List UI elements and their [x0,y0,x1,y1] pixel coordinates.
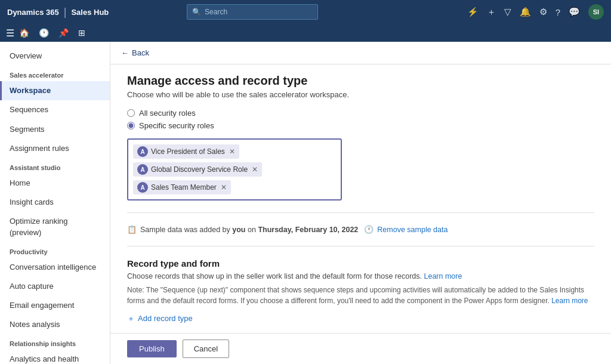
topbar: Dynamics 365 | Sales Hub 🔍 Search ⚡ ＋ ▽ … [0,0,611,24]
sidebar-item-sequences[interactable]: Sequences [0,100,110,119]
radio-all-label: All security roles [139,109,196,118]
radio-all-input[interactable] [127,109,135,117]
sidebar-section-sales-accelerator: Sales accelerator [0,66,110,81]
chat-icon[interactable]: 💬 [569,7,580,17]
divider-1 [127,212,594,213]
bell-icon[interactable]: 🔔 [520,7,531,17]
help-icon[interactable]: ? [556,7,560,17]
add-icon: ＋ [127,313,135,324]
publish-button[interactable]: Publish [127,340,177,357]
sample-data-icon: 📋 [127,225,137,234]
home-icon[interactable]: 🏠 [19,28,29,38]
sidebar-item-assignment-rules[interactable]: Assignment rules [0,139,110,158]
add-record-type-button[interactable]: ＋ Add record type [127,313,193,324]
record-type-section-title: Record type and form [127,258,594,269]
back-label: Back [132,48,149,57]
clock-icon[interactable]: 🕐 [39,28,49,38]
search-placeholder: Search [205,8,227,16]
brand-name: Dynamics 365 | Sales Hub [7,6,109,18]
tags-input[interactable] [234,180,336,195]
sidebar-section-assistant-studio: Assistant studio [0,158,110,174]
app-name-label: Sales Hub [71,8,109,17]
main-layout: Overview Sales accelerator Workspace Seq… [0,42,611,364]
tag-vp-sales-icon: A [137,146,148,157]
divider-2 [127,246,594,246]
radio-specific-security-roles[interactable]: Specific security roles [127,121,594,130]
sidebar-item-auto-capture[interactable]: Auto capture [0,277,110,296]
sidebar-item-insight-cards[interactable]: Insight cards [0,193,110,212]
search-icon: 🔍 [192,8,201,16]
sidebar-section-relationship-insights: Relationship insights [0,334,110,350]
cancel-button[interactable]: Cancel [183,340,229,358]
radio-specific-input[interactable] [127,122,135,129]
tag-global-discovery-close[interactable]: ✕ [252,166,258,173]
sample-data-text: Sample data was added by you on Thursday… [140,226,358,234]
avatar[interactable]: SI [588,4,604,20]
search-bar[interactable]: 🔍 Search [187,4,318,20]
sidebar-item-conversation-intelligence[interactable]: Conversation intelligence [0,258,110,277]
back-arrow-icon: ← [121,48,129,57]
filter-icon[interactable]: ▽ [504,7,511,17]
back-button[interactable]: ← Back [121,48,149,57]
remove-sample-data-icon: 🕐 [364,225,374,234]
nav-icons-row: 🏠 🕐 📌 ⊞ [19,28,85,38]
plus-icon[interactable]: ＋ [487,7,496,18]
sample-data-section: 📋 Sample data was added by you on Thursd… [127,225,594,234]
gear-icon[interactable]: ⚙ [539,7,547,17]
page-title: Manage access and record type [127,74,594,88]
page-subtitle: Choose who will be able to use the sales… [127,90,594,99]
sidebar-item-segments[interactable]: Segments [0,120,110,139]
sidebar-item-home[interactable]: Home [0,174,110,193]
content-area: ← Back Manage access and record type Cho… [110,42,611,364]
tag-global-discovery-icon: A [137,164,148,175]
tag-sales-team-label: Sales Team Member [151,183,217,192]
sidebar-item-notes-analysis[interactable]: Notes analysis [0,315,110,334]
back-bar: ← Back [110,42,611,64]
learn-more-1-link[interactable]: Learn more [424,272,462,280]
hamburger-icon[interactable]: ☰ [6,27,14,39]
lightning-icon[interactable]: ⚡ [467,7,479,17]
add-record-type-label: Add record type [138,314,193,323]
tag-vp-sales-close[interactable]: ✕ [229,148,235,155]
footer-bar: Publish Cancel [110,333,611,364]
tag-global-discovery: A Global Discovery Service Role ✕ [133,162,262,177]
radio-all-security-roles[interactable]: All security roles [127,109,594,118]
grid-icon[interactable]: ⊞ [78,28,85,38]
radio-specific-label: Specific security roles [139,121,214,130]
record-type-desc: Choose records that show up in the selle… [127,271,594,282]
tag-vp-sales-label: Vice President of Sales [151,147,225,156]
tag-sales-team-icon: A [137,182,148,193]
sidebar: Overview Sales accelerator Workspace Seq… [0,42,110,364]
tag-sales-team: A Sales Team Member ✕ [133,180,231,195]
content-inner: Manage access and record type Choose who… [110,64,611,364]
sidebar-item-workspace[interactable]: Workspace [0,81,110,100]
tag-vp-sales: A Vice President of Sales ✕ [133,144,239,159]
sidebar-item-email-engagement[interactable]: Email engagement [0,296,110,315]
security-roles-tags-container[interactable]: A Vice President of Sales ✕ A Global Dis… [127,138,342,200]
pin-icon[interactable]: 📌 [58,28,69,38]
remove-sample-data-link[interactable]: Remove sample data [377,226,448,234]
record-type-note: Note: The "Sequence (up next)" component… [127,285,594,306]
sidebar-item-optimize-ranking[interactable]: Optimize ranking (preview) [0,212,110,242]
sidebar-section-productivity: Productivity [0,242,110,258]
topbar-icons: ⚡ ＋ ▽ 🔔 ⚙ ? 💬 SI [467,4,604,20]
sidebar-item-analytics-health[interactable]: Analytics and health [0,350,110,364]
sidebar-item-overview[interactable]: Overview [0,47,110,66]
learn-more-2-link[interactable]: Learn more [551,297,588,305]
brand-divider: | [64,6,67,18]
tag-global-discovery-label: Global Discovery Service Role [151,165,248,174]
secondary-nav: ☰ 🏠 🕐 📌 ⊞ [0,24,611,42]
dynamics-label: Dynamics 365 [7,8,59,17]
tag-sales-team-close[interactable]: ✕ [221,184,227,191]
security-roles-radio-group: All security roles Specific security rol… [127,109,594,130]
